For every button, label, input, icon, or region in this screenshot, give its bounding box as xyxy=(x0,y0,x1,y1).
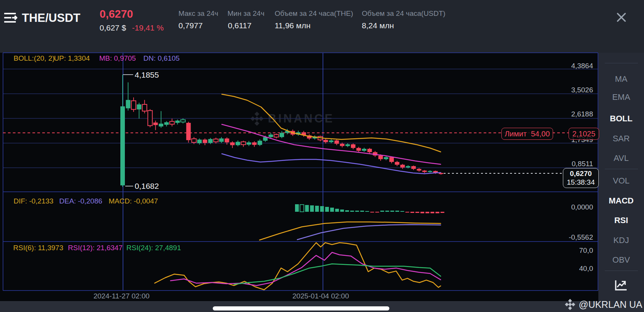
rsi12-value: RSI(12): 21,6347 xyxy=(68,244,123,252)
rsi-axis-70: 70,0 xyxy=(559,246,593,255)
sidebar-separator-mid xyxy=(605,169,638,169)
sidebar-item-kdj[interactable]: KDJ xyxy=(598,236,644,245)
y-axis-label-1: 4,3864 xyxy=(559,62,593,70)
macd-axis-min: -0,5562 xyxy=(559,233,593,242)
macd-value: MACD: -0,0047 xyxy=(109,197,158,205)
boll-dn-value: DN: 0,6105 xyxy=(143,54,180,63)
fullscreen-chart-icon[interactable] xyxy=(615,280,627,291)
x-axis-date-2: 2025-01-04 02:00 xyxy=(292,292,349,300)
y-axis-label-3: 2,6188 xyxy=(559,110,593,118)
high-annotation: 4,1855 xyxy=(135,70,159,80)
sidebar-separator-bottom xyxy=(605,271,638,271)
rsi-axis-40: 40,0 xyxy=(559,265,593,273)
price-chart-svg[interactable] xyxy=(0,0,644,312)
boll-title: BOLL:(20, 2) xyxy=(14,54,55,63)
sidebar-separator-top xyxy=(605,63,638,63)
limit-price-value: 2,1025 xyxy=(572,130,595,138)
rsi6-value: RSI(6): 11,3973 xyxy=(13,244,63,252)
x-axis-date-1: 2024-11-27 02:00 xyxy=(94,292,150,300)
binance-diamond-icon xyxy=(564,299,576,310)
low-annotation: 0,1682 xyxy=(135,182,159,191)
channel-watermark-text: @UKRLAN UA xyxy=(579,299,642,310)
channel-watermark: @UKRLAN UA xyxy=(564,299,642,310)
current-price-value: 0,6270 xyxy=(563,169,598,178)
sidebar-item-boll[interactable]: BOLL xyxy=(598,114,644,124)
limit-order-tag[interactable]: Лимит 54,00 xyxy=(501,128,553,140)
horizontal-scrollbar-handle[interactable] xyxy=(213,306,389,310)
macd-axis-zero: 0,0000 xyxy=(559,203,593,211)
macd-dif-value: DIF: -0,2133 xyxy=(14,197,54,205)
sidebar-item-ma[interactable]: MA xyxy=(598,74,644,84)
sidebar-item-vol[interactable]: VOL xyxy=(598,176,644,186)
current-price-tag[interactable]: 0,6270 15:38:34 xyxy=(563,168,599,188)
limit-order-label: Лимит 54,00 xyxy=(505,130,550,138)
macd-dea-value: DEA: -0,2086 xyxy=(59,197,102,205)
boll-mb-value: MB: 0,9705 xyxy=(99,54,136,63)
boll-up-value: UP: 1,3304 xyxy=(54,54,90,63)
sidebar-item-obv[interactable]: OBV xyxy=(598,255,644,265)
sidebar-item-macd[interactable]: MACD xyxy=(598,196,644,206)
sidebar-item-sar[interactable]: SAR xyxy=(598,134,644,144)
sidebar-item-ema[interactable]: EMA xyxy=(598,92,644,102)
rsi24-value: RSI(24): 27,4891 xyxy=(126,244,181,252)
sidebar-item-rsi[interactable]: RSI xyxy=(598,216,644,225)
limit-price-tag: 2,1025 xyxy=(569,128,599,140)
sidebar-item-avl[interactable]: AVL xyxy=(598,153,644,163)
current-price-time: 15:38:34 xyxy=(563,178,598,187)
binance-chart-screen: THE/USDT 0,6270 0,627 $ -19,41 % Макс за… xyxy=(0,0,644,312)
y-axis-label-5: 0,8511 xyxy=(559,160,593,168)
y-axis-label-2: 3,5026 xyxy=(559,86,593,94)
